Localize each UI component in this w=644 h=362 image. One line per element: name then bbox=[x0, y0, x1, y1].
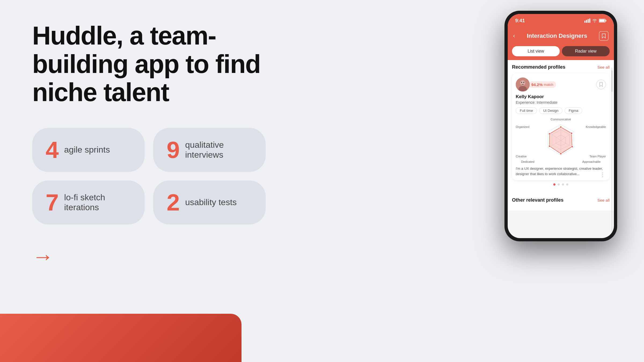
svg-rect-1 bbox=[586, 20, 587, 23]
tab-bar: List view Radar view bbox=[508, 46, 614, 60]
svg-point-4 bbox=[594, 22, 595, 23]
status-icons bbox=[584, 19, 606, 23]
header-title: Interaction Designers bbox=[527, 32, 587, 39]
dot-4 bbox=[566, 183, 568, 186]
arrow-icon: → bbox=[32, 245, 54, 268]
stat-qualitative-interviews: 9 qualitative interviews bbox=[153, 128, 266, 172]
wifi-icon bbox=[592, 19, 597, 23]
avatar-image bbox=[516, 77, 530, 91]
stat-label-1: agile sprints bbox=[64, 145, 110, 155]
dot-1 bbox=[553, 183, 555, 186]
svg-point-29 bbox=[549, 133, 551, 135]
stat-label-4: usability tests bbox=[185, 197, 237, 207]
svg-marker-23 bbox=[550, 127, 572, 154]
more-options-button[interactable]: ⋮ bbox=[600, 171, 606, 178]
status-time: 9:41 bbox=[515, 18, 525, 24]
radar-label-dedicated: Dedicated bbox=[521, 160, 535, 163]
profile-card-header: 94.2% match bbox=[516, 77, 606, 91]
arrow-section[interactable]: → bbox=[32, 246, 266, 267]
profile-experience: Experience: Intermediate bbox=[516, 100, 606, 105]
stat-number-1: 4 bbox=[46, 138, 59, 162]
stat-label-3: lo-fi sketch iterations bbox=[64, 193, 131, 212]
svg-rect-7 bbox=[599, 20, 605, 22]
bookmark-icon bbox=[602, 33, 606, 39]
status-bar: 9:41 bbox=[508, 14, 614, 27]
scrollbar-thumb bbox=[612, 70, 612, 92]
stat-usability-tests: 2 usability tests bbox=[153, 180, 266, 224]
tag-figma: Figma bbox=[565, 107, 582, 114]
svg-point-13 bbox=[523, 82, 524, 83]
svg-point-27 bbox=[560, 153, 562, 155]
profile-bookmark-icon bbox=[599, 82, 603, 87]
match-percent: 94.2% bbox=[531, 82, 543, 87]
back-button[interactable]: ‹ bbox=[513, 32, 515, 39]
tag-ui-design: UI Design bbox=[539, 107, 562, 114]
radar-label-creative: Creative bbox=[516, 155, 527, 158]
other-profiles-section: Other relevant profiles See all bbox=[508, 194, 614, 210]
left-section: Huddle, a team-building app to find nich… bbox=[32, 21, 266, 267]
avatar-match-group: 94.2% match bbox=[516, 77, 556, 91]
red-bar-decoration bbox=[0, 314, 241, 362]
signal-icon bbox=[584, 19, 590, 23]
profile-bookmark-button[interactable] bbox=[596, 80, 606, 89]
svg-rect-2 bbox=[588, 19, 589, 23]
stat-number-2: 9 bbox=[167, 138, 180, 162]
avatar bbox=[516, 77, 530, 91]
svg-point-28 bbox=[549, 145, 551, 147]
tab-list-view[interactable]: List view bbox=[512, 46, 560, 56]
svg-rect-3 bbox=[589, 19, 590, 23]
stat-agile-sprints: 4 agile sprints bbox=[32, 128, 145, 172]
stat-number-4: 2 bbox=[167, 191, 180, 214]
svg-rect-6 bbox=[606, 20, 606, 21]
app-header: ‹ Interaction Designers bbox=[508, 27, 614, 46]
radar-label-organized: Organized bbox=[516, 125, 529, 128]
radar-label-team-player: Team Player bbox=[590, 155, 606, 158]
see-all-button-1[interactable]: See all bbox=[597, 65, 610, 69]
bio-section: I'm a UX designer, experience strategist… bbox=[516, 166, 606, 176]
radar-label-knowledgeable: Knowledgeable bbox=[586, 125, 606, 128]
other-profiles-title: Other relevant profiles bbox=[512, 197, 564, 203]
scrollbar bbox=[612, 68, 612, 233]
profile-card: 94.2% match Kelly Kapoor Experience: Int bbox=[512, 74, 610, 180]
profile-name: Kelly Kapoor bbox=[516, 94, 606, 99]
stat-number-3: 7 bbox=[46, 191, 59, 214]
dot-2 bbox=[558, 183, 560, 186]
stat-sketch-iterations: 7 lo-fi sketch iterations bbox=[32, 180, 145, 224]
stats-grid: 4 agile sprints 9 qualitative interviews… bbox=[32, 128, 266, 224]
bookmark-button[interactable] bbox=[599, 31, 609, 41]
stat-label-2: qualitative interviews bbox=[185, 140, 252, 160]
radar-svg bbox=[526, 118, 596, 163]
tag-full-time: Full time bbox=[516, 107, 537, 114]
match-label: match bbox=[544, 83, 553, 87]
phone-inner: 9:41 bbox=[508, 14, 614, 238]
tab-radar-view[interactable]: Radar view bbox=[562, 46, 610, 56]
headline: Huddle, a team-building app to find nich… bbox=[32, 21, 266, 106]
radar-label-approachable: Approachable bbox=[582, 160, 601, 163]
svg-point-12 bbox=[521, 82, 522, 83]
svg-point-24 bbox=[560, 126, 562, 128]
phone-outer: 9:41 bbox=[504, 11, 617, 241]
bio-text: I'm a UX designer, experience strategist… bbox=[516, 167, 603, 176]
see-all-button-2[interactable]: See all bbox=[597, 198, 610, 202]
svg-rect-0 bbox=[584, 21, 586, 23]
recommended-header: Recommended profiles See all bbox=[512, 64, 610, 70]
app-content: Recommended profiles See all bbox=[508, 60, 614, 194]
svg-point-26 bbox=[571, 146, 573, 148]
match-badge: 94.2% match bbox=[529, 81, 556, 88]
recommended-title: Recommended profiles bbox=[512, 64, 565, 70]
dot-3 bbox=[562, 183, 564, 186]
other-profiles-header: Other relevant profiles See all bbox=[512, 197, 610, 203]
battery-icon bbox=[599, 19, 606, 23]
profile-tags: Full time UI Design Figma bbox=[516, 107, 606, 114]
svg-point-25 bbox=[571, 132, 573, 134]
phone-mockup: 9:41 bbox=[504, 11, 617, 359]
radar-label-communicative: Communicative bbox=[551, 118, 571, 121]
radar-chart: Communicative Knowledgeable Team Player … bbox=[516, 118, 606, 163]
carousel-dots bbox=[512, 183, 610, 186]
